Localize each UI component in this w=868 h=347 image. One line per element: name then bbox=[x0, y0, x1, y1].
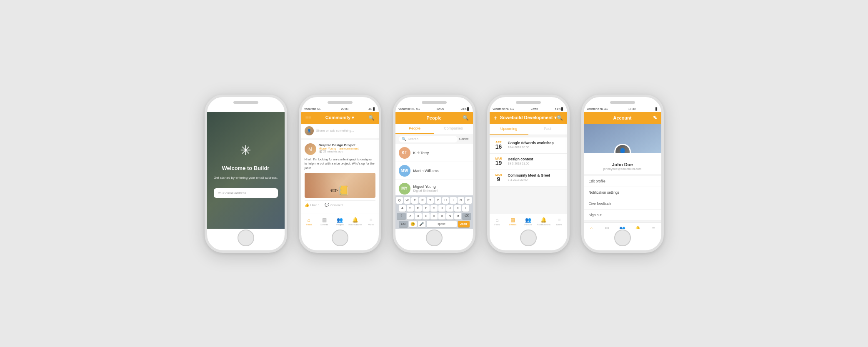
key-z[interactable]: Z bbox=[407, 213, 414, 220]
key-o[interactable]: O bbox=[458, 197, 464, 204]
tab-people[interactable]: People bbox=[395, 124, 434, 134]
menu-edit-profile[interactable]: Edit profile bbox=[584, 176, 661, 187]
person-name-miguel: Miguel Young bbox=[413, 185, 438, 189]
email-input[interactable]: Your email address bbox=[214, 188, 278, 198]
key-mic[interactable]: 🎤 bbox=[418, 221, 425, 227]
search-icon[interactable]: 🔍 bbox=[368, 115, 375, 121]
nav-people-5[interactable]: 👥 People bbox=[615, 223, 630, 229]
key-u[interactable]: U bbox=[442, 197, 449, 204]
search-icon-3[interactable]: 🔍 bbox=[463, 115, 469, 121]
phone-2-feed: vodafone NL 22:03 4G ▊ ≡≡ Community ▾ 🔍 … bbox=[299, 95, 381, 253]
key-p[interactable]: P bbox=[465, 197, 472, 204]
nav-events-4[interactable]: ▤ Events bbox=[505, 214, 520, 229]
phone-3-people: vodafone NL 4G 22:25 28% ▊ People 🔍 Peop… bbox=[393, 95, 475, 253]
event-google-adwords[interactable]: Apr 16 Google Adwords workshop 16-4-2018… bbox=[490, 137, 567, 154]
buildr-logo-icon: ✳ bbox=[240, 142, 251, 158]
nav-events-5[interactable]: ▤ Events bbox=[599, 223, 615, 229]
tab-companies[interactable]: Companies bbox=[434, 124, 473, 134]
key-l[interactable]: L bbox=[462, 205, 469, 212]
person-name-martin: Martin Williams bbox=[413, 169, 439, 173]
key-f[interactable]: F bbox=[423, 205, 430, 212]
person-info-martin: Martin Williams bbox=[413, 169, 439, 173]
key-r[interactable]: R bbox=[419, 197, 426, 204]
edit-icon[interactable]: ✎ bbox=[653, 115, 657, 121]
people-nav-icon-2: 👥 bbox=[337, 217, 343, 223]
nav-feed-5[interactable]: ⌂ Feed bbox=[584, 223, 599, 229]
people-icon-4: 👥 bbox=[525, 217, 531, 223]
nav-notif-4[interactable]: 🔔 Notifications bbox=[536, 214, 551, 229]
keyboard-bottom-row: 123 😊 🎤 spatie Zoek bbox=[396, 221, 472, 227]
key-y[interactable]: Y bbox=[435, 197, 441, 204]
add-icon[interactable]: + bbox=[494, 115, 497, 121]
event-design-contest[interactable]: Mar 19 Design contest 19-3-2018 21:00 bbox=[490, 154, 567, 170]
key-search[interactable]: Zoek bbox=[458, 221, 470, 227]
key-i[interactable]: I bbox=[450, 197, 456, 204]
comment-action[interactable]: 💬 Comment bbox=[325, 203, 343, 207]
event-meet-greet[interactable]: Mar 9 Community Meet & Greet 3-3-2018 20… bbox=[490, 170, 567, 186]
people-nav-label-2: People bbox=[336, 223, 344, 226]
key-b[interactable]: B bbox=[438, 213, 445, 220]
key-v[interactable]: V bbox=[430, 213, 438, 220]
events-icon-4: ▤ bbox=[510, 217, 515, 223]
key-s[interactable]: S bbox=[407, 205, 414, 212]
key-delete[interactable]: ⌫ bbox=[462, 213, 471, 220]
account-name: John Doe bbox=[584, 162, 661, 167]
scene: vodafone NL 19:12 ▊▊ ✳ Welcome to Buildr… bbox=[180, 78, 689, 270]
key-k[interactable]: K bbox=[454, 205, 461, 212]
post-meta: Graphic Design Project Miguel Young – an… bbox=[319, 143, 375, 153]
event-day-1: 16 bbox=[495, 144, 502, 150]
key-123[interactable]: 123 bbox=[399, 221, 408, 227]
share-placeholder[interactable]: Share or ask something... bbox=[316, 129, 354, 132]
keyboard: Q W E R T Y U I O P A S D F G H bbox=[395, 195, 473, 229]
nav-more-5[interactable]: ≡ More bbox=[645, 223, 661, 229]
key-t[interactable]: T bbox=[427, 197, 433, 204]
nav-notif-2[interactable]: 🔔 Notifications bbox=[348, 214, 363, 229]
person-miguel-young[interactable]: MY Miguel Young Digital Enthusiast! bbox=[395, 180, 473, 195]
person-avatar-miguel: MY bbox=[399, 183, 410, 195]
person-info-miguel: Miguel Young Digital Enthusiast! bbox=[413, 185, 438, 192]
key-shift[interactable]: ⇧ bbox=[397, 213, 406, 220]
nav-people-4[interactable]: 👥 People bbox=[520, 214, 536, 229]
nav-feed-4[interactable]: ⌂ Feed bbox=[490, 214, 505, 229]
account-header: Account ✎ bbox=[584, 112, 661, 124]
key-m[interactable]: M bbox=[454, 213, 461, 220]
nav-more-4[interactable]: ≡ More bbox=[551, 214, 567, 229]
key-q[interactable]: Q bbox=[396, 197, 403, 204]
like-action[interactable]: 👍 Liked 1 bbox=[305, 203, 320, 207]
key-x[interactable]: X bbox=[415, 213, 422, 220]
post-image-decoration: ✏📒 bbox=[330, 185, 349, 196]
cancel-button[interactable]: Cancel bbox=[459, 137, 470, 141]
key-g[interactable]: G bbox=[430, 205, 438, 212]
key-e[interactable]: E bbox=[411, 197, 418, 204]
feed-nav-icon-2: ⌂ bbox=[307, 217, 310, 223]
events-header: + Sowebuild Development ▾ 🔍 bbox=[490, 112, 567, 124]
menu-notification-settings[interactable]: Notification settings bbox=[584, 187, 661, 198]
key-h[interactable]: H bbox=[438, 205, 445, 212]
key-a[interactable]: A bbox=[399, 205, 406, 212]
search-input[interactable]: 🔍 Search bbox=[399, 136, 458, 142]
nav-notif-5[interactable]: 🔔 Notifications bbox=[630, 223, 645, 229]
nav-feed-2[interactable]: ⌂ Feed bbox=[301, 214, 317, 229]
post-time: ⌚ 29 minutes ago bbox=[319, 150, 375, 153]
person-martin-williams[interactable]: MW Martin Williams bbox=[395, 162, 473, 180]
tab-upcoming[interactable]: Upcoming bbox=[490, 124, 528, 135]
account-avatar-wrap: 👤 bbox=[614, 144, 631, 153]
status-bar-4: vodafone NL 4G 22:56 61% ▊ bbox=[490, 106, 567, 112]
nav-events-2[interactable]: ▤ Events bbox=[317, 214, 332, 229]
key-j[interactable]: J bbox=[446, 205, 453, 212]
key-emoji[interactable]: 😊 bbox=[409, 221, 417, 227]
search-icon-4[interactable]: 🔍 bbox=[557, 115, 563, 121]
key-n[interactable]: N bbox=[446, 213, 453, 220]
key-w[interactable]: W bbox=[404, 197, 410, 204]
person-kirk-terry[interactable]: KT Kirk Terry bbox=[395, 144, 473, 162]
menu-give-feedback[interactable]: Give feedback bbox=[584, 198, 661, 210]
nav-people-2[interactable]: 👥 People bbox=[332, 214, 348, 229]
key-c[interactable]: C bbox=[423, 213, 430, 220]
search-lens-icon: 🔍 bbox=[402, 137, 406, 141]
menu-sign-out[interactable]: Sign out bbox=[584, 210, 661, 221]
key-space[interactable]: spatie bbox=[427, 221, 457, 227]
filter-icon[interactable]: ≡≡ bbox=[305, 115, 311, 121]
nav-more-2[interactable]: ≡ More bbox=[363, 214, 378, 229]
tab-past[interactable]: Past bbox=[528, 124, 567, 135]
key-d[interactable]: D bbox=[415, 205, 422, 212]
